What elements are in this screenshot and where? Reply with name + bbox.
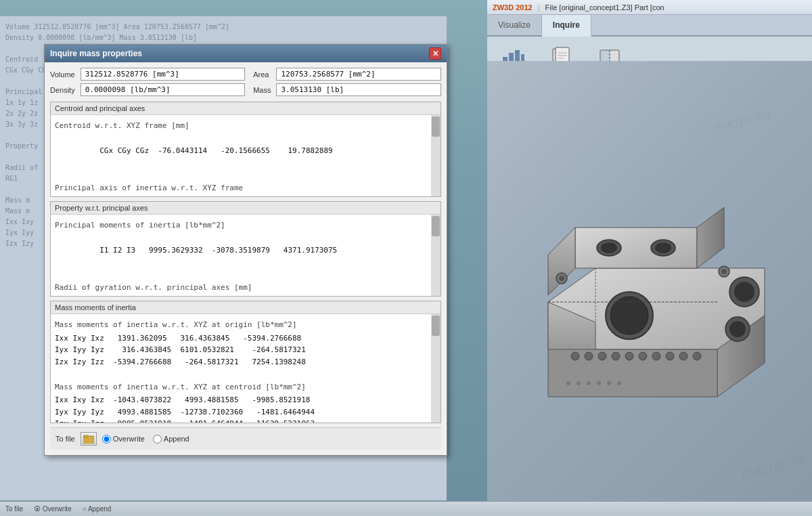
mass-origin-subtitle: Mass moments of inertia w.r.t. XYZ at or… [55, 320, 428, 331]
zw3d-brand: ZW3D 2012 [493, 3, 533, 12]
dialog-bottom: To file Overwrite Append [50, 427, 441, 450]
centroid-content: Centroid w.r.t. XYZ frame [mm] CGx CGy C… [51, 115, 441, 196]
zw3d-header: ZW3D 2012 | File [original_concept1.Z3] … [487, 0, 812, 15]
main-dialog: Inquire mass properties ✕ Volume 312512.… [44, 44, 447, 456]
volume-value: 312512.8528776 [mm^3] [81, 68, 246, 81]
principal-row-1: 1x 1y 1z -0.4558102 -0.1278756 0.8808433 [55, 195, 428, 196]
tab-visualize[interactable]: Visualize [487, 15, 542, 35]
volume-label: Volume [50, 70, 78, 79]
moments-subtitle: Principal moments of inertia [lb*mm^2] [55, 220, 428, 232]
mass-centroid-row-1: Ixx Ixy Ixz -1043.4073822 4993.4881585 -… [55, 394, 428, 406]
dialog-title: Inquire mass properties [50, 49, 142, 58]
model-container [487, 61, 812, 516]
svg-point-20 [571, 352, 579, 360]
property-scrollbar-thumb[interactable] [432, 216, 440, 236]
properties-grid: Volume 312512.8528776 [mm^3] Area 120753… [50, 68, 441, 96]
svg-point-48 [587, 381, 591, 385]
area-label: Area [248, 70, 273, 79]
mass-moments-content: Mass moments of inertia w.r.t. XYZ at or… [51, 314, 441, 423]
mass-origin-row-1: Ixx Ixy Ixz 1391.362095 316.4363845 -539… [55, 332, 428, 345]
centroid-subtitle: Centroid w.r.t. XYZ frame [mm] [55, 121, 428, 132]
property-section-title: Property w.r.t. principal axes [51, 202, 441, 215]
density-label: Density [50, 86, 78, 94]
centroid-section-title: Centroid and principal axes [51, 102, 441, 115]
append-radio[interactable] [153, 435, 162, 444]
svg-point-22 [598, 352, 606, 360]
dialog-content: Volume 312512.8528776 [mm^3] Area 120753… [45, 62, 447, 455]
panel-tabs: Visualize Inquire [487, 15, 812, 37]
mass-scrollbar-thumb[interactable] [432, 316, 440, 336]
file-info: File [original_concept1.Z3] Part [con [545, 3, 664, 12]
svg-point-29 [693, 352, 701, 360]
bg-to-file: To file [5, 505, 23, 513]
svg-point-39 [655, 242, 671, 253]
cad-model-svg [508, 160, 792, 417]
svg-marker-18 [548, 228, 575, 295]
svg-point-23 [612, 352, 620, 360]
svg-point-24 [625, 352, 633, 360]
svg-point-37 [601, 242, 617, 253]
centroid-scrollbar-thumb[interactable] [432, 116, 440, 137]
overwrite-option[interactable]: Overwrite [102, 435, 145, 444]
dialog-close-button[interactable]: ✕ [429, 47, 441, 60]
to-file-label: To file [55, 435, 75, 443]
mass-centroid-row-2: Iyx Iyy Iyz 4993.4881585 -12738.7102360 … [55, 406, 428, 418]
principal-subtitle: Principal axis of inertia w.r.t. XYZ fra… [55, 183, 428, 194]
bg-radio-overwrite: ⦿ Overwrite [34, 505, 72, 513]
overwrite-label: Overwrite [113, 435, 145, 443]
append-option[interactable]: Append [153, 435, 189, 444]
file-browse-button[interactable] [81, 432, 97, 446]
mass-centroid-subtitle: Mass moments of inertia w.r.t. XYZ at ce… [55, 382, 428, 393]
property-scrollbar-track[interactable] [431, 215, 441, 296]
property-section: Property w.r.t. principal axes Principal… [50, 201, 441, 297]
mass-origin-row-3: Izx Izy Izz -5394.2766688 -264.5817321 7… [55, 356, 428, 368]
svg-point-47 [577, 381, 581, 385]
bg-status-bar: To file ⦿ Overwrite ○ Append [0, 501, 812, 516]
svg-point-50 [607, 381, 611, 385]
header-separator: | [538, 3, 540, 12]
svg-marker-19 [697, 207, 724, 268]
mass-scrollbar-track[interactable] [431, 314, 441, 423]
svg-point-26 [652, 352, 660, 360]
mass-moments-section-title: Mass moments of inertia [51, 301, 441, 314]
svg-point-28 [679, 352, 687, 360]
svg-point-33 [734, 282, 754, 302]
append-label: Append [164, 435, 189, 443]
mass-origin-row-2: Iyx Iyy Iyz 316.4363845 6101.0532821 -26… [55, 344, 428, 356]
bg-volume-row: Volume 312512.8520776 [mm^3] Area 120753… [5, 22, 441, 33]
folder-icon [83, 434, 94, 444]
moments-data: I1 I2 I3 9995.3629332 -3078.3519879 4371… [55, 233, 428, 269]
tab-inquire[interactable]: Inquire [542, 15, 591, 37]
svg-point-25 [639, 352, 647, 360]
mass-value: 3.0513130 [lb] [276, 83, 441, 96]
overwrite-radio[interactable] [102, 435, 111, 444]
mass-label: Mass [248, 86, 273, 94]
svg-point-21 [585, 352, 593, 360]
svg-point-46 [566, 381, 570, 385]
radii-subtitle: Radii of gyration w.r.t. principal axes … [55, 282, 428, 294]
svg-point-35 [729, 321, 746, 337]
svg-point-49 [597, 381, 601, 385]
mass-moments-section: Mass moments of inertia Mass moments of … [50, 301, 441, 423]
svg-point-27 [666, 352, 674, 360]
property-content: Principal moments of inertia [lb*mm^2] I… [51, 215, 441, 296]
svg-point-51 [617, 381, 621, 385]
svg-marker-17 [575, 228, 697, 268]
density-value: 0.0000098 [lb/mm^3] [81, 83, 246, 96]
centroid-data: CGx CGy CGz -76.0443114 -20.1566655 19.7… [55, 133, 428, 169]
area-value: 120753.2568577 [mm^2] [276, 68, 441, 81]
centroid-section: Centroid and principal axes Centroid w.r… [50, 102, 441, 197]
centroid-scrollbar-track[interactable] [431, 115, 441, 196]
svg-rect-53 [83, 435, 88, 437]
svg-point-41 [559, 276, 564, 281]
svg-point-43 [721, 269, 727, 274]
cad-model-area: PHOTO.CN PHOTO.CN [487, 61, 812, 516]
bg-radio-append: ○ Append [83, 505, 112, 513]
bg-density-row: Density 0.0000098 [lb/mm^3] Mass 3.05131… [5, 33, 441, 43]
dialog-titlebar[interactable]: Inquire mass properties ✕ [45, 45, 447, 62]
radii-data: RG1 RG2 RG3 27196.3075968 -1.#IND000 179… [55, 295, 428, 296]
overwrite-append-group: Overwrite Append [102, 435, 189, 444]
mass-centroid-row-3: Izx Izy Izz -9985.8521918 -1481.6464944 … [55, 418, 428, 423]
